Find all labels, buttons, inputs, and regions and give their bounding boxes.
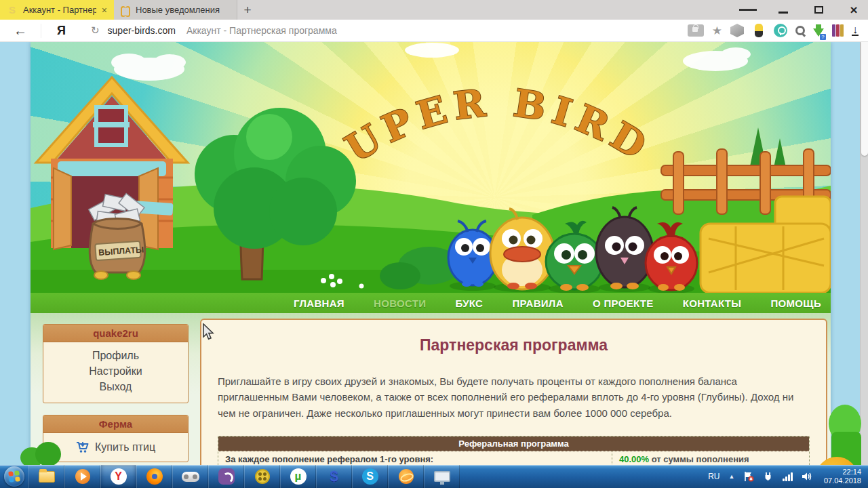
nav-item-rules[interactable]: ПРАВИЛА (512, 298, 563, 309)
nav-item-about[interactable]: О ПРОЕКТЕ (593, 298, 654, 309)
taskbar-item-webmoney[interactable]: $ (316, 465, 352, 488)
clock-date: 07.04.2018 (824, 476, 861, 485)
scrollbar-thumb[interactable] (861, 42, 868, 156)
windows-taskbar: Y µ $ S RU ▲ 22:14 07.04.2018 (0, 465, 868, 488)
nav-item-news[interactable]: НОВОСТИ (374, 298, 426, 309)
sidebar-item-logout[interactable]: Выход (43, 379, 188, 394)
buy-birds-label: Купить птиц (95, 441, 155, 453)
row-suffix: от суммы пополнения (652, 454, 749, 464)
clock-time: 22:14 (824, 468, 861, 476)
volume-icon[interactable] (802, 471, 812, 482)
nav-item-contacts[interactable]: КОНТАКТЫ (683, 298, 741, 309)
partner-program-panel: Партнерская программа Приглашайте в игру… (200, 319, 827, 465)
taskbar-item-viber[interactable] (208, 465, 244, 488)
tab-title: Аккаунт - Партнерская п (23, 5, 96, 15)
cloud-illustration (111, 43, 751, 81)
account-username: quake2ru (43, 325, 188, 342)
taskbar-item-firefox[interactable] (136, 465, 172, 488)
sidebar-item-profile[interactable]: Профиль (43, 348, 188, 363)
nav-item-bux[interactable]: БУКС (455, 298, 483, 309)
bush-left (20, 442, 61, 465)
bush-right (829, 405, 863, 465)
site-container: ВЫПЛАТЫ (31, 42, 831, 465)
reload-icon[interactable]: ↻ (91, 24, 100, 37)
taskbar-item-media-reel[interactable] (244, 465, 280, 488)
page-viewport: ВЫПЛАТЫ (0, 42, 868, 465)
minimize-button[interactable] (774, 3, 792, 18)
tab-title: Новые уведомления (136, 5, 230, 15)
close-window-button[interactable]: × (845, 3, 863, 18)
maximize-button[interactable] (810, 3, 827, 18)
row-percent: 40.00% (619, 454, 649, 464)
extension-download-helper-icon[interactable] (813, 28, 824, 37)
winrar-icon[interactable] (832, 24, 844, 37)
sidebar-farm-box: Ферма Купить птиц (43, 415, 189, 462)
referral-table-header: Реферальная программа (218, 436, 809, 451)
extension-cube-icon[interactable] (730, 24, 744, 37)
yandex-logo-button[interactable]: Я (41, 24, 81, 38)
partner-program-intro: Приглашайте в игру своих друзей и знаком… (218, 373, 810, 421)
extension-camera-icon[interactable] (774, 24, 787, 37)
row-label: За каждое пополнение рефералом 1-го уров… (218, 451, 612, 465)
protect-lock-icon[interactable] (688, 24, 704, 37)
taskbar-item-browser-globe[interactable] (388, 465, 424, 488)
language-indicator[interactable]: RU (708, 472, 719, 481)
extension-torch-icon[interactable] (755, 24, 763, 37)
tab-account-partner[interactable]: S Аккаунт - Партнерская п × (0, 0, 114, 20)
tab-close-icon[interactable]: × (102, 5, 107, 16)
back-button[interactable]: ← (0, 23, 41, 39)
sidebar-item-buy-birds[interactable]: Купить птиц (43, 441, 188, 453)
page-scrollbar[interactable] (860, 42, 868, 465)
system-tray: RU ▲ 22:14 07.04.2018 (708, 468, 868, 485)
site-nav-bar: ГЛАВНАЯ НОВОСТИ БУКС ПРАВИЛА О ПРОЕКТЕ К… (31, 293, 831, 313)
super-birds-favicon: S (7, 5, 18, 16)
sidebar-account-box: quake2ru Профиль Настройки Выход (43, 324, 189, 403)
taskbar-clock[interactable]: 22:14 07.04.2018 (821, 468, 861, 485)
browser-tab-bar: S Аккаунт - Партнерская п × Новые уведом… (0, 0, 868, 20)
taskbar-item-yandex-browser[interactable]: Y (100, 465, 136, 488)
notifications-favicon (121, 5, 130, 15)
page-title: Партнерская программа (218, 336, 810, 354)
browser-toolbar: ← Я ↻ super-birds.com Аккаунт - Партнерс… (0, 20, 868, 42)
windows-flag-icon (8, 470, 20, 483)
taskbar-item-remote-desktop[interactable] (424, 465, 460, 488)
window-controls: × (739, 0, 863, 20)
farm-box-title: Ферма (43, 415, 188, 433)
address-url[interactable]: super-birds.com (108, 25, 176, 36)
downloads-icon[interactable]: ↓ (852, 25, 859, 36)
start-button[interactable] (0, 465, 28, 488)
taskbar-item-explorer[interactable] (28, 465, 64, 488)
address-page-title: Аккаунт - Партнерская программа (186, 25, 337, 36)
nav-item-help[interactable]: ПОМОЩЬ (771, 298, 821, 309)
new-tab-button[interactable]: + (237, 0, 258, 20)
browser-menu-icon[interactable] (739, 3, 757, 18)
taskbar-item-skype[interactable]: S (352, 465, 388, 488)
toolbar-extensions: ★ ↓ (688, 24, 868, 38)
mouse-cursor (201, 323, 216, 341)
header-artwork: ВЫПЛАТЫ (31, 42, 831, 293)
network-signal-icon[interactable] (783, 472, 793, 481)
taskbar-item-media-player[interactable] (64, 465, 100, 488)
power-plug-icon[interactable] (763, 471, 774, 482)
taskbar-item-games[interactable] (172, 465, 208, 488)
taskbar-item-utorrent[interactable]: µ (280, 465, 316, 488)
extension-search-icon[interactable] (795, 26, 805, 35)
site-header-banner: ВЫПЛАТЫ (31, 42, 831, 293)
referral-table: Реферальная программа За каждое пополнен… (218, 436, 810, 465)
site-content-area: quake2ru Профиль Настройки Выход Ферма (31, 313, 831, 465)
sidebar-item-settings[interactable]: Настройки (43, 363, 188, 379)
nav-item-home[interactable]: ГЛАВНАЯ (294, 298, 344, 309)
action-center-flag-icon[interactable] (743, 471, 754, 482)
address-bar[interactable]: ↻ super-birds.com Аккаунт - Партнерская … (81, 20, 688, 42)
payouts-bag-illustration: ВЫПЛАТЫ (89, 193, 145, 279)
cart-icon (76, 441, 90, 453)
table-row: За каждое пополнение рефералом 1-го уров… (218, 451, 809, 465)
bookmark-star-icon[interactable]: ★ (712, 24, 722, 38)
tab-notifications[interactable]: Новые уведомления (114, 0, 237, 20)
tray-expand-icon[interactable]: ▲ (729, 473, 735, 480)
desktop-screen: S Аккаунт - Партнерская п × Новые уведом… (0, 0, 868, 488)
